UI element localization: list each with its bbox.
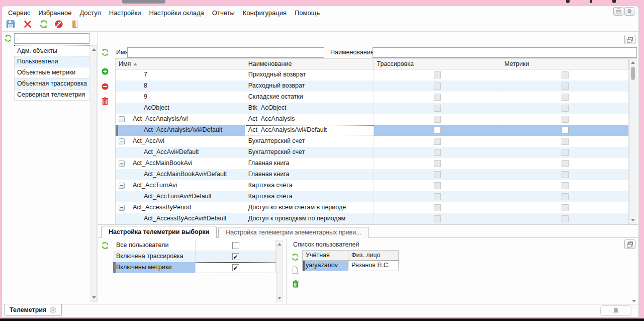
scroll-down-icon[interactable]: [91, 294, 97, 301]
menu-item-2[interactable]: Избранное: [39, 9, 72, 17]
collapse-minus-icon[interactable]: −: [119, 160, 125, 167]
scroll-down-icon[interactable]: [277, 295, 282, 301]
sidebar-filter-input[interactable]: [14, 33, 89, 44]
scroll-thumb[interactable]: [631, 67, 635, 80]
selection-row[interactable]: Все пользователи: [113, 240, 276, 251]
table-row[interactable]: AcObjectBtk_AcObject: [116, 103, 629, 114]
column-header-trace[interactable]: Трассировка: [374, 59, 502, 69]
menu-item-6[interactable]: Отчеты: [212, 9, 235, 17]
metrics-checkbox[interactable]: [562, 160, 569, 167]
sidebar-item[interactable]: Адм. объекты: [14, 45, 89, 56]
sidebar-item[interactable]: Серверная телеметрия: [14, 90, 89, 101]
table-row[interactable]: Act_AccAnalysisAvi#DefaultAct_AccAnalysi…: [116, 125, 629, 136]
trace-checkbox[interactable]: [434, 138, 441, 145]
selection-refresh-button[interactable]: [101, 242, 109, 250]
menu-item-7[interactable]: Конфигурация: [243, 9, 287, 17]
column-header-metrics[interactable]: Метрики: [501, 59, 629, 69]
delete-trash-button[interactable]: [101, 97, 110, 106]
remove-user-button[interactable]: [291, 279, 300, 288]
close-icon[interactable]: ×: [50, 307, 56, 313]
trace-checkbox[interactable]: [434, 204, 441, 211]
metrics-checkbox[interactable]: [562, 171, 569, 178]
table-row[interactable]: −Act_AccAviБухгалтерский счет: [116, 136, 629, 147]
scroll-up-icon[interactable]: [630, 59, 636, 66]
sidebar-item[interactable]: Пользователи: [14, 56, 89, 67]
column-header-person[interactable]: Физ. лицо: [348, 250, 399, 261]
name-filter-input[interactable]: [127, 47, 324, 58]
table-row[interactable]: Act_AccessByAccAvi#DefaultДоступ к прово…: [116, 213, 629, 224]
statusbar-tab-telemetry[interactable]: Телеметрия ×: [4, 304, 62, 316]
trace-checkbox[interactable]: [434, 215, 441, 222]
remove-button[interactable]: [101, 83, 109, 91]
metrics-checkbox[interactable]: [562, 127, 569, 134]
new-user-button[interactable]: [291, 266, 299, 274]
table-scrollbar[interactable]: [629, 58, 636, 224]
panel-restore-button[interactable]: [624, 35, 635, 44]
add-button[interactable]: [101, 67, 109, 75]
user-row[interactable]: yaryazanovРязанов Я.С.: [302, 261, 399, 271]
table-row[interactable]: Act_AccAvi#DefaultБухгалтерский счет: [116, 147, 629, 158]
exit-button[interactable]: [70, 20, 79, 29]
scroll-down-icon[interactable]: [632, 300, 636, 302]
collapse-minus-icon[interactable]: −: [119, 138, 125, 144]
metrics-checkbox[interactable]: [562, 193, 569, 200]
selection-row[interactable]: Включена трассировка: [113, 251, 276, 262]
menu-item-8[interactable]: Помощь: [295, 9, 320, 17]
table-row[interactable]: −Act_AccMainBookAviГлавная книга: [116, 158, 629, 169]
metrics-checkbox[interactable]: [562, 105, 569, 112]
trace-checkbox[interactable]: [434, 116, 441, 123]
metrics-checkbox[interactable]: [562, 83, 569, 90]
collapse-minus-icon[interactable]: −: [119, 205, 125, 211]
sidebar-item[interactable]: Объектная трассировка: [14, 78, 89, 90]
tab-telemetry-selection[interactable]: Настройка телеметрии выборки: [101, 226, 217, 238]
sidebar-scrollbar[interactable]: [90, 45, 97, 302]
grid-refresh-button[interactable]: [101, 48, 109, 56]
table-row[interactable]: −Act_AccTurnAviКарточка счёта: [116, 180, 629, 191]
trace-checkbox[interactable]: [434, 94, 441, 101]
trace-checkbox[interactable]: [434, 127, 441, 134]
table-row[interactable]: 7Приходный возврат: [116, 69, 629, 81]
sidebar-refresh-button[interactable]: [4, 34, 12, 42]
table-row[interactable]: 8Расходный возврат: [116, 81, 629, 92]
table-row[interactable]: −Act_AccAnalysisAviAct_AccAnalysis: [116, 114, 629, 125]
delete-button[interactable]: [23, 20, 32, 29]
metrics-checkbox[interactable]: [562, 138, 569, 145]
print-button[interactable]: [613, 7, 623, 16]
users-panel-restore-button[interactable]: [624, 239, 635, 249]
trace-checkbox[interactable]: [434, 105, 441, 112]
save-button[interactable]: [6, 20, 15, 29]
table-row[interactable]: −Act_AccessByPeriodДоступ ко всем счетам…: [116, 202, 629, 213]
metrics-checkbox[interactable]: [562, 149, 569, 156]
caption-filter-input[interactable]: [373, 47, 637, 58]
metrics-checkbox[interactable]: [562, 71, 569, 78]
trace-checkbox[interactable]: [434, 160, 441, 167]
column-header-caption[interactable]: Наименование: [245, 59, 374, 69]
tab-telemetry-elementary[interactable]: Настройка телеметрии элементарных приви.…: [218, 227, 369, 238]
trace-checkbox[interactable]: [434, 149, 441, 156]
selection-checkbox[interactable]: [232, 242, 239, 249]
metrics-checkbox[interactable]: [562, 182, 569, 189]
trace-checkbox[interactable]: [434, 71, 441, 78]
menu-item-5[interactable]: Настройки склада: [149, 9, 204, 17]
cancel-button[interactable]: [54, 20, 63, 29]
column-header-account[interactable]: Учётная запись: [302, 250, 348, 261]
selection-scrollbar[interactable]: [276, 240, 283, 302]
metrics-checkbox[interactable]: [562, 116, 569, 123]
trace-checkbox[interactable]: [434, 182, 441, 189]
column-header-name[interactable]: Имя: [116, 59, 245, 69]
trace-checkbox[interactable]: [434, 171, 441, 178]
collapse-minus-icon[interactable]: −: [119, 183, 125, 189]
users-refresh-button[interactable]: [291, 253, 299, 261]
settings-button[interactable]: ⚙: [624, 7, 634, 16]
table-row[interactable]: Act_AccTurnAvi#DefaultКарточка счёта: [116, 191, 629, 202]
table-row[interactable]: 9Складские остатки: [116, 92, 629, 103]
scroll-up-icon[interactable]: [91, 46, 97, 53]
notifications-button[interactable]: [600, 305, 631, 316]
selection-row[interactable]: Включены метрики: [113, 262, 276, 273]
metrics-checkbox[interactable]: [562, 215, 569, 222]
menu-item-4[interactable]: Настройки: [109, 9, 141, 17]
refresh-button[interactable]: [39, 20, 48, 29]
scroll-up-icon[interactable]: [277, 241, 282, 248]
selection-checkbox[interactable]: [232, 264, 239, 271]
trace-checkbox[interactable]: [434, 193, 441, 200]
